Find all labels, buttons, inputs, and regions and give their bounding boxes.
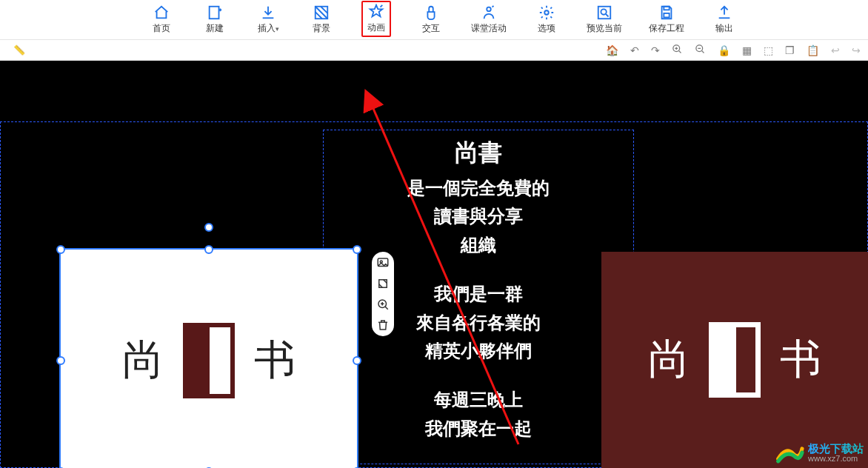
delete-tool-icon[interactable]: [376, 318, 390, 332]
handle-e[interactable]: [353, 356, 361, 365]
image-tool-icon[interactable]: [376, 256, 390, 270]
ribbon-export-label: 输出: [715, 22, 733, 35]
home-icon: [153, 4, 170, 21]
save-icon: [658, 4, 675, 21]
ribbon-options-label: 选项: [538, 22, 555, 35]
ribbon-animation-label: 动画: [367, 21, 385, 34]
content-line: 我們是一群: [323, 280, 634, 308]
door-icon: [180, 320, 238, 401]
forward-icon[interactable]: ↪: [852, 44, 861, 56]
ribbon-insert[interactable]: 插入▾: [255, 4, 281, 35]
ruler-icon[interactable]: 📏: [13, 44, 25, 56]
new-icon: [207, 4, 223, 21]
svg-rect-0: [210, 7, 219, 19]
handle-nw[interactable]: [56, 245, 65, 254]
floating-tool-pill: [372, 252, 394, 336]
svg-rect-11: [210, 327, 230, 394]
image-canvas: 尚 书: [61, 250, 357, 468]
crop-tool-icon[interactable]: [376, 277, 390, 290]
svg-point-2: [487, 7, 491, 12]
content-text-block[interactable]: 尚書 是一個完全免費的 讀書與分享 組織 我們是一群 來自各行各業的 精英小夥伴…: [323, 137, 634, 443]
lock-icon[interactable]: 🔒: [718, 44, 730, 56]
redo-icon[interactable]: ↷: [651, 44, 660, 56]
back-icon[interactable]: ↩: [831, 44, 840, 56]
ribbon-new[interactable]: 新建: [201, 4, 228, 35]
door-icon: [706, 319, 764, 401]
ribbon-home-label: 首页: [153, 22, 170, 35]
content-line: 組織: [323, 231, 634, 259]
person-icon: [481, 4, 497, 21]
paste-icon[interactable]: 📋: [807, 44, 819, 56]
ribbon-preview-label: 预览当前: [587, 22, 622, 35]
ribbon-background-label: 背景: [313, 22, 330, 35]
home-small-icon[interactable]: 🏠: [606, 44, 618, 56]
handle-rotate[interactable]: [204, 223, 213, 232]
content-line: 每週三晚上: [323, 386, 634, 414]
ribbon-save-label: 保存工程: [649, 22, 684, 35]
zoom-tool-icon[interactable]: [376, 298, 390, 311]
grid-icon[interactable]: ▦: [742, 44, 752, 56]
ribbon-export[interactable]: 输出: [711, 4, 738, 35]
interact-icon: [423, 4, 439, 21]
content-line: 我們聚在一起: [323, 415, 634, 443]
ai-icon[interactable]: ⬚: [764, 44, 773, 56]
handle-n[interactable]: [204, 245, 213, 254]
content-line: 來自各行各業的: [323, 309, 634, 337]
background-icon: [313, 4, 330, 21]
ribbon-new-label: 新建: [206, 22, 224, 35]
ribbon-save[interactable]: 保存工程: [649, 4, 684, 35]
ribbon-home[interactable]: 首页: [148, 4, 175, 35]
ribbon-interact[interactable]: 交互: [418, 4, 444, 35]
gear-icon: [538, 4, 555, 21]
logo-char-left: 尚: [122, 332, 164, 389]
zoom-out-icon[interactable]: [695, 44, 706, 57]
copy-icon[interactable]: ❐: [785, 44, 795, 56]
right-image-panel[interactable]: 尚 书: [601, 252, 868, 468]
handle-w[interactable]: [56, 356, 65, 365]
svg-rect-4: [598, 7, 611, 19]
insert-icon: [260, 4, 276, 21]
selected-image[interactable]: 尚 书: [61, 250, 357, 468]
ribbon-interact-label: 交互: [422, 22, 440, 35]
handle-ne[interactable]: [353, 245, 361, 254]
logo-char-right: 书: [780, 332, 821, 388]
content-title: 尚書: [323, 137, 634, 170]
export-icon: [716, 4, 732, 21]
star-icon: [368, 4, 384, 20]
canvas-stage[interactable]: 尚書 是一個完全免費的 讀書與分享 組織 我們是一群 來自各行各業的 精英小夥伴…: [0, 61, 868, 468]
content-line: 是一個完全免費的: [323, 174, 634, 202]
chevron-down-icon: ▾: [276, 25, 279, 33]
sub-toolbar: 📏 🏠 ↶ ↷ 🔒 ▦ ⬚ ❐ 📋 ↩ ↪: [0, 40, 868, 61]
svg-rect-16: [379, 280, 387, 288]
ribbon-class-label: 课堂活动: [471, 22, 507, 35]
ribbon-options[interactable]: 选项: [533, 4, 560, 35]
logo-char-right: 书: [254, 332, 296, 389]
content-line: 讀書與分享: [323, 202, 634, 230]
ribbon-background[interactable]: 背景: [308, 4, 335, 35]
svg-point-3: [544, 10, 549, 15]
svg-point-5: [601, 9, 606, 14]
zoom-in-icon[interactable]: [672, 44, 683, 57]
svg-rect-13: [735, 327, 756, 393]
preview-icon: [596, 4, 612, 21]
svg-rect-7: [664, 13, 669, 17]
svg-rect-6: [664, 7, 669, 10]
undo-icon[interactable]: ↶: [630, 44, 639, 56]
content-line: 精英小夥伴們: [323, 337, 634, 365]
ribbon-insert-label: 插入▾: [258, 22, 279, 35]
ribbon-animation[interactable]: 动画: [361, 1, 391, 37]
ribbon-preview[interactable]: 预览当前: [587, 4, 622, 35]
logo-char-left: 尚: [648, 332, 690, 388]
ribbon-class-activity[interactable]: 课堂活动: [471, 4, 507, 35]
main-ribbon: 首页 新建 插入▾ 背景 动画 交互 课堂活动 选项 预览当前 保存工程 输出: [0, 0, 868, 40]
